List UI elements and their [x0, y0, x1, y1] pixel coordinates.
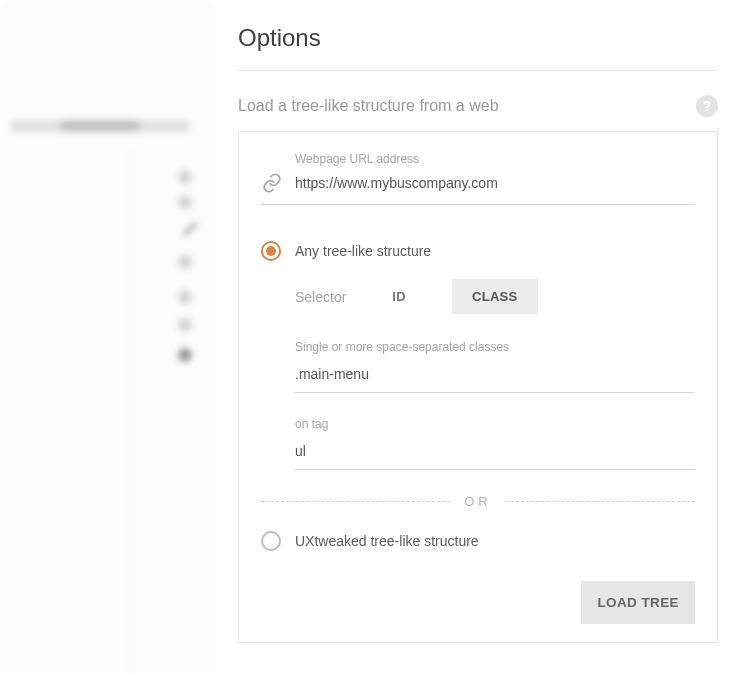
or-label: OR	[464, 494, 492, 509]
class-input[interactable]	[295, 360, 695, 393]
or-divider: OR	[261, 494, 695, 509]
selector-id-button[interactable]: ID	[372, 279, 426, 314]
url-label: Webpage URL address	[295, 152, 695, 166]
section-title: Load a tree-like structure from a web	[238, 97, 499, 115]
help-icon[interactable]: ?	[696, 95, 718, 117]
options-panel: Options Load a tree-like structure from …	[216, 0, 740, 674]
url-input[interactable]	[295, 175, 695, 191]
radio-uxtweaked[interactable]	[261, 531, 281, 551]
radio-uxtweaked-label: UXtweaked tree-like structure	[295, 533, 479, 549]
ghost-sidebar	[0, 0, 216, 674]
link-icon	[261, 172, 283, 194]
tag-label: on tag	[295, 417, 695, 431]
tag-input[interactable]	[295, 437, 695, 470]
class-label: Single or more space-separated classes	[295, 340, 695, 354]
selector-label: Selector	[295, 289, 346, 305]
selector-class-button[interactable]: CLASS	[452, 279, 538, 314]
load-tree-button[interactable]: LOAD TREE	[581, 581, 695, 624]
radio-any-tree[interactable]	[261, 241, 281, 261]
radio-any-tree-label: Any tree-like structure	[295, 243, 431, 259]
page-title: Options	[238, 24, 718, 52]
title-divider	[238, 70, 718, 71]
load-tree-card: Webpage URL address Any tree-like struct…	[238, 131, 718, 643]
